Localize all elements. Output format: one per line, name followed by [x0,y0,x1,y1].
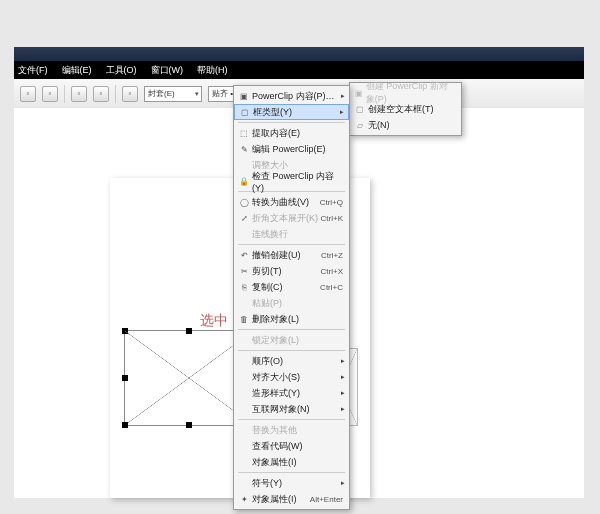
menu-label: 提取内容(E) [252,127,343,140]
menu-label: 折角文本展开(K) [252,212,321,225]
resize-handle[interactable] [122,422,128,428]
menu-label: 编辑 PowerClip(E) [252,143,343,156]
submenu-item-none[interactable]: ▱ 无(N) [350,117,461,133]
menu-separator [238,244,345,245]
menubar: 文件(F) 编辑(E) 工具(O) 窗口(W) 帮助(H) [14,61,584,79]
menu-label: 检查 PowerClip 内容(Y) [252,170,343,193]
shortcut-label: Ctrl+X [321,267,343,276]
menu-icon: ⬚ [236,129,252,138]
context-menu-item[interactable]: 符号(Y)▸ [234,475,349,491]
menu-icon: ✦ [236,495,252,504]
resize-handle[interactable] [122,375,128,381]
shortcut-label: Alt+Enter [310,495,343,504]
menu-icon: ⎘ [236,283,252,292]
menu-label: 造形样式(Y) [252,387,343,400]
shortcut-label: Ctrl+Z [321,251,343,260]
save-button[interactable]: ▫ [71,86,87,102]
submenu-item-powerclip[interactable]: ▣ 创建 PowerClip 新对象(P) [350,85,461,101]
menu-icon: 🔒 [236,177,252,186]
menu-icon: ✂ [236,267,252,276]
resize-handle[interactable] [186,422,192,428]
menu-separator [238,350,345,351]
context-menu-item[interactable]: 对齐大小(S)▸ [234,369,349,385]
menu-label: 剪切(T) [252,265,321,278]
submenu-arrow-icon: ▸ [341,373,345,381]
resize-handle[interactable] [122,328,128,334]
new-button[interactable]: ▫ [20,86,36,102]
context-menu-item[interactable]: 互联网对象(N)▸ [234,401,349,417]
context-menu-item[interactable]: 顺序(O)▸ [234,353,349,369]
selection-label: 选中 [200,312,228,330]
menu-label: PowerClip 内容(P)… [252,90,343,103]
context-menu-item[interactable]: 查看代码(W) [234,438,349,454]
context-menu-item[interactable]: ✂剪切(T)Ctrl+X [234,263,349,279]
menu-label: 替换为其他 [252,424,343,437]
context-menu-item[interactable]: ✎编辑 PowerClip(E) [234,141,349,157]
submenu-label: 无(N) [368,119,390,132]
menu-separator [238,472,345,473]
menu-icon: ▣ [236,92,252,101]
shortcut-label: Ctrl+C [320,283,343,292]
menu-icon: ▢ [237,108,253,117]
textframe-icon: ▢ [352,105,368,114]
none-icon: ▱ [352,121,368,130]
context-menu-item: 连线换行 [234,226,349,242]
menu-file[interactable]: 文件(F) [18,64,48,77]
menu-separator [238,122,345,123]
zoom-dropdown[interactable]: 封套(E) [144,86,202,102]
menu-label: 对齐大小(S) [252,371,343,384]
menu-window[interactable]: 窗口(W) [151,64,184,77]
menu-label: 互联网对象(N) [252,403,343,416]
resize-handle[interactable] [186,328,192,334]
open-button[interactable]: ▫ [42,86,58,102]
copy-button[interactable]: ▫ [93,86,109,102]
menu-label: 查看代码(W) [252,440,343,453]
shortcut-label: Ctrl+Q [320,198,343,207]
context-menu-item: 替换为其他 [234,422,349,438]
context-menu-item[interactable]: 造形样式(Y)▸ [234,385,349,401]
context-menu-item[interactable]: 🔒检查 PowerClip 内容(Y) [234,173,349,189]
undo-button[interactable]: ▫ [122,86,138,102]
context-menu-item[interactable]: 🗑删除对象(L) [234,311,349,327]
menu-edit[interactable]: 编辑(E) [62,64,92,77]
context-menu-item[interactable]: 对象属性(I) [234,454,349,470]
menu-label: 锁定对象(L) [252,334,343,347]
context-menu-item[interactable]: ✦对象属性(I)Alt+Enter [234,491,349,507]
frame-type-submenu: ▣ 创建 PowerClip 新对象(P) ▢ 创建空文本框(T) ▱ 无(N) [349,82,462,136]
menu-label: 删除对象(L) [252,313,343,326]
menu-label: 框类型(Y) [253,106,342,119]
submenu-arrow-icon: ▸ [341,92,345,100]
context-menu-item[interactable]: ⬚提取内容(E) [234,125,349,141]
menu-icon: 🗑 [236,315,252,324]
menu-label: 对象属性(I) [252,456,343,469]
context-menu-item[interactable]: ◯转换为曲线(V)Ctrl+Q [234,194,349,210]
context-menu-item[interactable]: ⎘复制(C)Ctrl+C [234,279,349,295]
menu-help[interactable]: 帮助(H) [197,64,228,77]
menu-separator [238,419,345,420]
submenu-label: 创建空文本框(T) [368,103,434,116]
menu-label: 转换为曲线(V) [252,196,320,209]
context-menu: ▣PowerClip 内容(P)…▸▢框类型(Y)▸⬚提取内容(E)✎编辑 Po… [233,85,350,510]
separator [115,85,116,103]
submenu-arrow-icon: ▸ [340,108,344,116]
menu-label: 复制(C) [252,281,320,294]
menu-icon: ✎ [236,145,252,154]
context-menu-item: 粘贴(P) [234,295,349,311]
menu-label: 粘贴(P) [252,297,343,310]
submenu-arrow-icon: ▸ [341,357,345,365]
shortcut-label: Ctrl+K [321,214,343,223]
menu-label: 撤销创建(U) [252,249,321,262]
powerclip-icon: ▣ [352,89,366,98]
context-menu-item[interactable]: ▢框类型(Y)▸ [234,104,349,120]
submenu-arrow-icon: ▸ [341,479,345,487]
titlebar[interactable] [14,47,584,61]
menu-tools[interactable]: 工具(O) [106,64,137,77]
context-menu-item[interactable]: ▣PowerClip 内容(P)…▸ [234,88,349,104]
context-menu-item[interactable]: ↶撤销创建(U)Ctrl+Z [234,247,349,263]
menu-separator [238,329,345,330]
menu-icon: ◯ [236,198,252,207]
menu-label: 符号(Y) [252,477,343,490]
context-menu-item: 锁定对象(L) [234,332,349,348]
menu-label: 连线换行 [252,228,343,241]
menu-label: 顺序(O) [252,355,343,368]
